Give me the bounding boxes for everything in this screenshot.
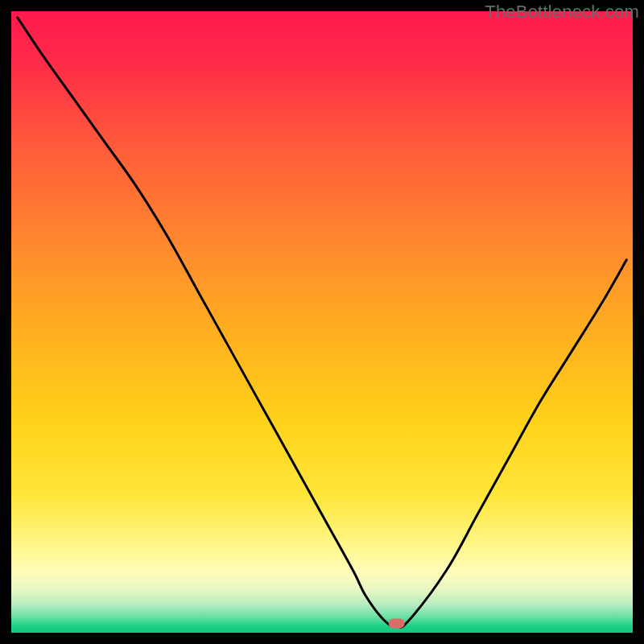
bottleneck-plot <box>0 0 644 644</box>
chart-frame: TheBottleneck.com <box>0 0 644 644</box>
watermark-text: TheBottleneck.com <box>485 2 639 23</box>
optimal-marker <box>389 618 405 628</box>
gradient-background <box>11 11 633 633</box>
